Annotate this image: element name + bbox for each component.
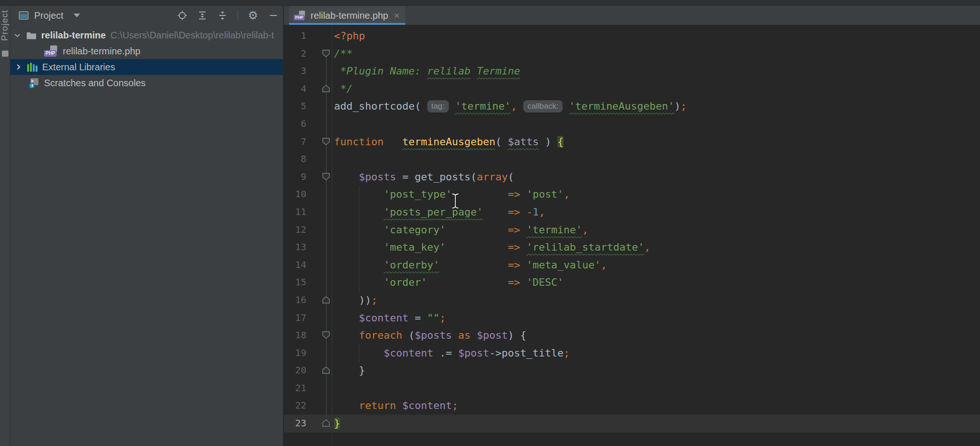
project-panel-header: Project <box>10 6 283 25</box>
code-token: ) { <box>508 329 527 341</box>
code-token <box>334 241 384 253</box>
code-line[interactable]: 21 <box>284 379 980 397</box>
tree-row-external-libraries[interactable]: External Libraries <box>10 59 283 75</box>
locate-file-button[interactable] <box>177 10 187 21</box>
code-line[interactable]: 1<?php <box>284 27 980 45</box>
line-number: 17 <box>284 309 306 327</box>
expand-all-button[interactable] <box>197 10 208 21</box>
settings-gear-icon[interactable]: ⚙ <box>248 10 258 21</box>
code-token: function <box>334 136 384 148</box>
code-line[interactable]: 12 'category' => 'termine', <box>284 221 980 239</box>
code-token: 1 <box>533 206 539 218</box>
chevron-down-icon[interactable] <box>13 31 22 39</box>
code-token: ; <box>564 347 570 359</box>
line-number: 2 <box>284 45 306 63</box>
code-token <box>452 188 508 200</box>
tool-window-stripe-icon[interactable] <box>2 51 8 57</box>
hide-tool-window-button[interactable] <box>268 10 278 21</box>
code-line[interactable]: 19 $content .= $post->post_title; <box>284 344 980 362</box>
project-root-name: relilab-termine <box>41 30 106 41</box>
line-number: 3 <box>284 62 306 80</box>
tree-row-php-file[interactable]: PHP relilab-termine.php <box>10 43 283 59</box>
line-number: 22 <box>284 397 306 415</box>
code-line[interactable]: 2/** <box>284 45 980 63</box>
code-token: *Plugin Name: <box>334 65 427 77</box>
code-line[interactable]: 13 'meta_key' => 'relilab_startdate', <box>284 238 980 256</box>
code-token: $content <box>359 312 408 324</box>
code-line[interactable]: 5add_shortcode( tag: 'termine', callback… <box>284 97 980 115</box>
code-token: .= <box>433 347 458 359</box>
line-number: 15 <box>284 274 306 291</box>
line-number: 4 <box>284 80 306 98</box>
code-line[interactable]: 14 'orderby' => 'meta_value', <box>284 256 980 274</box>
code-line[interactable]: 6 <box>284 115 980 133</box>
code-line[interactable]: 10 'post_type' => 'post', <box>284 186 980 203</box>
code-editor[interactable]: 1<?php2/**3 *Plugin Name: relilab Termin… <box>284 25 980 446</box>
code-token: 'order' <box>384 276 427 288</box>
code-token <box>520 224 526 236</box>
tool-window-stripe: Project <box>0 6 10 446</box>
code-line[interactable]: 15 'order' => 'DESC' <box>284 274 980 291</box>
code-text: foreach ($posts as $post) { <box>334 327 527 344</box>
code-token <box>384 136 402 148</box>
external-libraries-label: External Libraries <box>42 62 115 73</box>
fold-end-marker[interactable] <box>322 85 330 92</box>
fold-start-marker[interactable] <box>322 50 330 57</box>
fold-end-marker[interactable] <box>322 419 330 427</box>
code-token: <?php <box>334 30 365 42</box>
code-line[interactable]: 20 } <box>284 362 980 379</box>
code-line[interactable]: 9 $posts = get_posts(array( <box>284 168 980 186</box>
code-token: $content <box>384 347 433 359</box>
code-token: "" <box>427 312 440 324</box>
fold-end-marker[interactable] <box>322 366 330 374</box>
scratches-icon <box>29 78 39 88</box>
code-token <box>520 206 526 218</box>
code-token: $post <box>477 329 508 341</box>
code-line[interactable]: 22 return $content; <box>284 397 980 415</box>
code-token: => <box>508 188 520 200</box>
code-line[interactable]: 16 )); <box>284 291 980 309</box>
code-token: add_shortcode( <box>334 100 427 112</box>
code-token: 'termine' <box>527 224 582 236</box>
code-line[interactable]: 3 *Plugin Name: relilab Termine <box>284 62 980 80</box>
chevron-right-icon[interactable] <box>14 63 22 71</box>
line-number: 5 <box>284 97 306 115</box>
close-icon[interactable]: × <box>394 11 400 20</box>
tab-relilab-termine-php[interactable]: PHP relilab-termine.php × <box>289 6 405 25</box>
fold-start-marker[interactable] <box>322 173 330 180</box>
project-stripe-button[interactable]: Project <box>0 10 10 41</box>
code-token: ) <box>675 100 681 112</box>
code-line[interactable]: 17 $content = ""; <box>284 309 980 327</box>
parameter-hint-chip: tag: <box>427 100 449 112</box>
code-token <box>445 241 507 253</box>
tree-row-project-root[interactable]: relilab-termine C:\Users\Daniel\Desktop\… <box>10 27 283 43</box>
fold-start-marker[interactable] <box>322 331 330 339</box>
code-text: 'posts_per_page' => -1, <box>334 203 545 221</box>
code-token: , <box>564 188 570 200</box>
code-token: = get_posts( <box>396 171 476 183</box>
code-token <box>439 259 508 271</box>
code-line[interactable]: 7function termineAusgeben( $atts ) { <box>284 133 980 151</box>
code-text: 'meta_key' => 'relilab_startdate', <box>334 238 651 256</box>
code-text: return $content; <box>334 397 458 415</box>
code-token: } <box>334 417 340 429</box>
code-token: $post <box>458 347 489 359</box>
tree-row-scratches[interactable]: Scratches and Consoles <box>10 75 283 91</box>
chevron-down-icon[interactable] <box>74 14 80 17</box>
code-line[interactable]: 8 <box>284 150 980 168</box>
code-line[interactable]: 18 foreach ($posts as $post) { <box>284 327 980 344</box>
fold-start-marker[interactable] <box>322 138 330 145</box>
code-token: /** <box>334 48 353 59</box>
line-number: 12 <box>284 221 306 239</box>
line-number: 1 <box>284 27 306 45</box>
code-line[interactable]: 4 */ <box>284 80 980 98</box>
code-token <box>427 276 508 288</box>
code-line[interactable]: 11 'posts_per_page' => -1, <box>284 203 980 221</box>
fold-end-marker[interactable] <box>322 296 330 304</box>
collapse-all-button[interactable] <box>217 10 228 21</box>
code-token: $posts <box>415 329 452 341</box>
line-number: 23 <box>284 415 306 432</box>
tab-label: relilab-termine.php <box>311 10 388 21</box>
project-panel-title[interactable]: Project <box>34 10 63 21</box>
code-line[interactable]: 23} <box>284 415 980 432</box>
